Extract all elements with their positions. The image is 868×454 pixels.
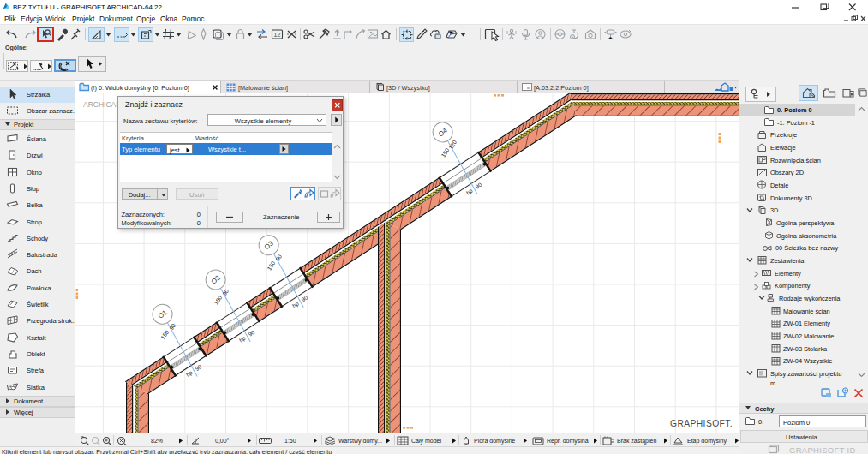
svg-text:90: 90 [221, 288, 230, 296]
svg-text:150: 150 [159, 329, 170, 340]
svg-text:150: 150 [266, 260, 276, 271]
svg-text:hp: hp [185, 369, 195, 379]
svg-text:150: 150 [213, 295, 223, 306]
svg-text:120: 120 [447, 139, 458, 150]
svg-text:hp: hp [465, 187, 475, 196]
svg-text:GRAPHISOFT.: GRAPHISOFT. [670, 419, 733, 428]
svg-text:90: 90 [474, 182, 482, 190]
svg-text:90: 90 [194, 363, 202, 372]
svg-text:90: 90 [247, 329, 255, 338]
svg-text:hp: hp [238, 335, 248, 344]
svg-text:ARCHICAD: ARCHICAD [83, 100, 121, 109]
svg-text:12: 12 [274, 32, 281, 38]
svg-text:90: 90 [168, 322, 177, 331]
svg-text:90: 90 [274, 254, 283, 262]
svg-text:hp: hp [291, 300, 301, 309]
